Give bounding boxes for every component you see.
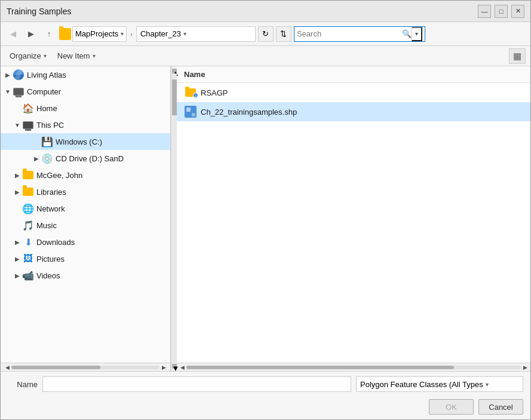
sidebar-item-libraries[interactable]: ▶ Libraries <box>1 183 170 200</box>
forward-button[interactable]: ▶ <box>23 26 39 42</box>
expand-cd-drive[interactable]: ▶ <box>32 154 41 163</box>
name-field-label: Name <box>8 380 38 389</box>
path-mapprojects-label: MapProjects <box>75 29 118 38</box>
network-label: Network <box>36 204 65 213</box>
this-pc-label: This PC <box>36 121 64 130</box>
file-item-ch22[interactable]: Ch_22_trainingsamples.shp <box>177 102 530 121</box>
expand-downloads[interactable]: ▶ <box>13 237 22 247</box>
left-vscroll-down-arrow[interactable]: ▼ <box>172 364 177 369</box>
sidebar-item-living-atlas[interactable]: ▶ Living Atlas <box>1 66 170 83</box>
expand-computer[interactable]: ▼ <box>3 87 13 96</box>
network-icon: 🌐 <box>22 203 34 214</box>
dialog-window: Training Samples — □ ✕ ◀ ▶ ↑ MapProjects… <box>0 0 531 420</box>
dialog-title: Training Samples <box>7 7 71 16</box>
cancel-button[interactable]: Cancel <box>478 399 523 415</box>
sidebar-item-videos[interactable]: ▶ 📹 Videos <box>1 267 170 284</box>
downloads-label: Downloads <box>36 238 75 247</box>
expand-network[interactable] <box>13 204 22 213</box>
view-toggle-button[interactable]: ▦ <box>509 48 526 64</box>
left-vscroll-thumb[interactable] <box>172 79 177 115</box>
refresh-button[interactable]: ↻ <box>258 26 274 42</box>
this-pc-icon <box>22 119 34 131</box>
folder-mcgee-icon <box>22 169 34 181</box>
organize-button[interactable]: Organize ▾ <box>5 48 51 64</box>
ok-button[interactable]: OK <box>429 399 474 415</box>
cd-icon: 💿 <box>41 152 53 164</box>
bottom-buttons: OK Cancel <box>8 399 523 415</box>
expand-windows-c[interactable] <box>32 137 41 146</box>
minimize-button[interactable]: — <box>478 5 491 18</box>
left-panel: ▶ Living Atlas ▼ <box>1 66 171 371</box>
search-box: 🔍 ▾ <box>294 26 425 42</box>
sidebar-item-computer[interactable]: ▼ Computer <box>1 83 170 100</box>
expand-this-pc[interactable]: ▼ <box>13 120 22 130</box>
path-mapprojects-dropdown[interactable]: MapProjects ▾ <box>72 26 127 42</box>
download-icon: ⬇ <box>22 236 34 248</box>
mcgee-john-label: McGee, John <box>36 171 82 180</box>
left-hscroll-left-arrow[interactable]: ◀ <box>3 363 11 372</box>
right-hscroll-thumb[interactable] <box>186 366 454 369</box>
right-panel: Name ↓ RSAGP <box>177 66 530 371</box>
left-hscroll-thumb[interactable] <box>11 366 100 369</box>
path-folder-icon <box>59 28 71 40</box>
file-list-header: Name <box>177 66 530 83</box>
left-hscroll-right-arrow[interactable]: ▶ <box>159 363 168 372</box>
computer-icon <box>13 85 24 97</box>
name-column-header: Name <box>184 70 205 79</box>
folder-rsagp-icon: ↓ <box>184 86 197 99</box>
file-type-dropdown[interactable]: Polygon Feature Classes (All Types ▾ <box>356 376 523 392</box>
sidebar-item-pictures[interactable]: ▶ 🖼 Pictures <box>1 250 170 267</box>
file-name-rsagp: RSAGP <box>201 88 228 97</box>
expand-home[interactable] <box>13 103 22 113</box>
home-icon: 🏠 <box>22 102 34 114</box>
new-item-button[interactable]: New Item ▾ <box>53 48 100 64</box>
music-icon: 🎵 <box>22 219 34 231</box>
folder-libraries-icon <box>22 186 34 198</box>
right-hscroll: ◀ ▶ <box>177 363 530 371</box>
pictures-icon: 🖼 <box>22 253 34 265</box>
expand-mcgee-john[interactable]: ▶ <box>13 170 22 180</box>
pictures-label: Pictures <box>36 255 65 263</box>
left-hscroll-track <box>11 366 159 369</box>
search-dropdown-button[interactable]: ▾ <box>412 27 422 41</box>
close-button[interactable]: ✕ <box>511 5 524 18</box>
expand-videos[interactable]: ▶ <box>13 271 22 280</box>
title-controls: — □ ✕ <box>478 5 524 18</box>
left-vscroll-track <box>172 73 177 364</box>
file-type-chevron-icon: ▾ <box>486 381 489 388</box>
name-row: Name Polygon Feature Classes (All Types … <box>8 376 523 392</box>
up-button[interactable]: ↑ <box>41 26 57 42</box>
sidebar-item-downloads[interactable]: ▶ ⬇ Downloads <box>1 234 170 250</box>
shp-icon <box>184 105 197 118</box>
music-label: Music <box>36 221 57 230</box>
expand-libraries[interactable]: ▶ <box>13 187 22 197</box>
sidebar-item-cd-drive[interactable]: ▶ 💿 CD Drive (D:) SanD <box>1 150 170 167</box>
maximize-button[interactable]: □ <box>495 5 508 18</box>
file-item-rsagp[interactable]: ↓ RSAGP <box>177 83 530 102</box>
organize-chevron: ▾ <box>44 53 47 59</box>
sidebar-item-windows-c[interactable]: 💾 Windows (C:) <box>1 133 170 150</box>
new-item-label: New Item <box>57 51 90 60</box>
search-icon: 🔍 <box>402 29 412 38</box>
sidebar-item-music[interactable]: 🎵 Music <box>1 217 170 234</box>
sidebar-item-home[interactable]: 🏠 Home <box>1 100 170 117</box>
drive-icon: 💾 <box>41 136 53 148</box>
sidebar-item-mcgee-john[interactable]: ▶ McGee, John <box>1 167 170 183</box>
name-input[interactable] <box>42 376 351 392</box>
expand-living-atlas[interactable]: ▶ <box>3 70 13 79</box>
expand-pictures[interactable]: ▶ <box>13 254 22 263</box>
sidebar-item-this-pc[interactable]: ▼ This PC <box>1 117 170 133</box>
left-vscroll-up-arrow[interactable]: ▲ <box>172 69 177 73</box>
computer-label: Computer <box>27 87 61 96</box>
organize-label: Organize <box>10 51 41 60</box>
right-hscroll-left[interactable]: ◀ <box>178 363 186 372</box>
expand-music[interactable] <box>13 220 22 230</box>
right-hscroll-track <box>186 366 521 369</box>
chapter-dropdown[interactable]: Chapter_23 ▾ <box>136 26 256 42</box>
sort-button[interactable]: ⇅ <box>276 26 291 42</box>
search-input[interactable] <box>297 29 402 38</box>
right-hscroll-right[interactable]: ▶ <box>521 363 529 372</box>
main-content: ▶ Living Atlas ▼ <box>1 66 530 371</box>
sidebar-item-network[interactable]: 🌐 Network <box>1 200 170 217</box>
back-button[interactable]: ◀ <box>5 26 21 42</box>
